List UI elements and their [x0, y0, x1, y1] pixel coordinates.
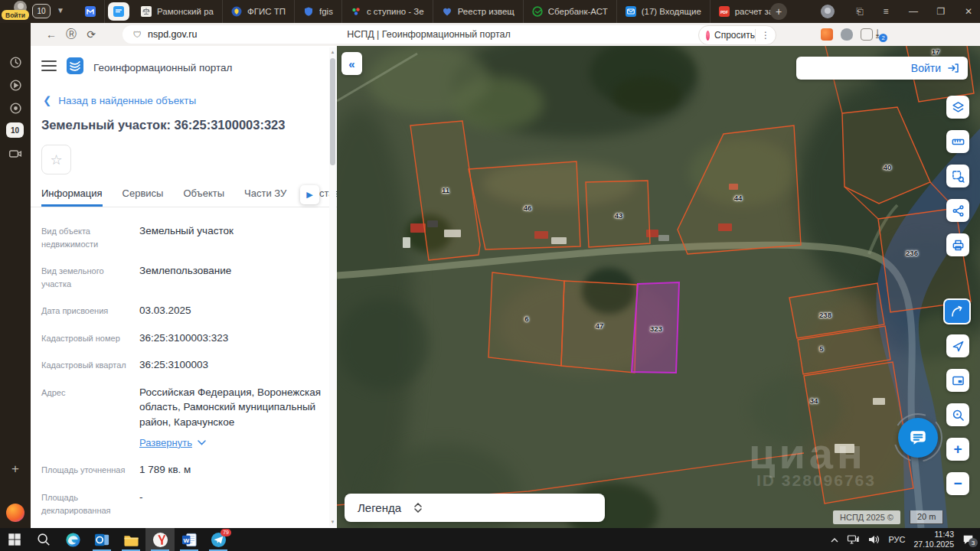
- volume-icon[interactable]: [867, 534, 880, 545]
- locate-button[interactable]: [946, 334, 969, 357]
- pdf-icon: PDF: [719, 6, 730, 17]
- assistant-icon[interactable]: [6, 504, 24, 522]
- extension-icon[interactable]: [821, 28, 833, 41]
- browser-tab-label: Рамонский ра: [157, 7, 214, 16]
- legend-selector[interactable]: Легенда: [345, 494, 605, 522]
- yandex-browser-taskbar-button[interactable]: [145, 528, 175, 551]
- scale-bar: 20 m: [910, 510, 943, 524]
- collapse-panel-button[interactable]: «: [341, 52, 362, 75]
- parcel-label-236: 236: [906, 249, 918, 257]
- menu-icon[interactable]: ≡: [874, 0, 897, 23]
- back-link[interactable]: ❮ Назад в найденные объекты: [43, 94, 337, 106]
- map-search-button[interactable]: [946, 403, 969, 426]
- field-value-text: Земельный участок: [139, 223, 326, 239]
- parcel-label-11: 11: [442, 186, 449, 194]
- tab-информация[interactable]: Информация: [41, 183, 103, 207]
- start-taskbar-button[interactable]: [0, 528, 29, 551]
- browser-tab[interactable]: PDFрасчет заявки: [710, 0, 773, 23]
- edge-taskbar-button[interactable]: [58, 528, 87, 551]
- browser-tab[interactable]: (17) Входящие: [617, 0, 710, 23]
- layers-button[interactable]: [946, 96, 969, 119]
- field-value-text: 03.03.2025: [139, 303, 326, 318]
- explorer-taskbar-button[interactable]: [116, 528, 145, 551]
- extension-shield-icon[interactable]: [841, 28, 853, 41]
- expand-link[interactable]: Развернуть: [139, 436, 326, 451]
- zoom-in-button[interactable]: +: [946, 438, 969, 461]
- gmail-icon: [85, 6, 96, 17]
- show-hidden-icons[interactable]: [831, 537, 838, 543]
- add-icon[interactable]: +: [7, 461, 24, 478]
- watermark-id: ID 328096763: [756, 471, 876, 490]
- browser-tab[interactable]: fgis: [295, 0, 342, 23]
- chevron-down-icon[interactable]: ▼: [57, 6, 64, 15]
- browser-tab[interactable]: [77, 0, 105, 23]
- zoom-out-button[interactable]: −: [946, 472, 969, 495]
- map-login-button[interactable]: Войти: [796, 57, 968, 80]
- browser-tab[interactable]: ФГИС ТП: [223, 0, 295, 23]
- print-button[interactable]: [946, 233, 969, 256]
- tab-counter[interactable]: 10: [32, 4, 51, 18]
- language-indicator[interactable]: РУС: [888, 535, 905, 544]
- camera-icon[interactable]: [7, 145, 24, 162]
- scrollbar-thumb[interactable]: [330, 58, 335, 165]
- notification-badge: 3: [969, 538, 978, 547]
- parcel-44[interactable]: [678, 126, 801, 254]
- yandex-icon[interactable]: Ⓡ: [61, 28, 81, 41]
- tab-объекты[interactable]: Объекты: [183, 183, 224, 207]
- parcel-label-5: 5: [819, 344, 823, 353]
- map-canvas[interactable]: циан ID 328096763 1146434417402362385346…: [337, 46, 980, 528]
- parcel-236[interactable]: [878, 208, 971, 312]
- share-button[interactable]: [946, 199, 969, 222]
- close-button[interactable]: ✕: [957, 0, 980, 23]
- overview-map-button[interactable]: [946, 369, 969, 392]
- browser-avatar[interactable]: [821, 5, 835, 18]
- area-search-button[interactable]: [946, 165, 969, 187]
- favorite-star-button[interactable]: ☆: [41, 145, 71, 174]
- scroll-up-icon[interactable]: ▲: [329, 50, 336, 54]
- draw-button[interactable]: [943, 298, 971, 324]
- tab-сервисы[interactable]: Сервисы: [122, 183, 164, 207]
- notifications-icon[interactable]: 3: [962, 534, 974, 545]
- side-panels-icon[interactable]: ⎗: [848, 0, 871, 23]
- outlook-taskbar-button[interactable]: [87, 528, 116, 551]
- profile-login-badge[interactable]: Войти: [2, 10, 29, 20]
- strip-tab-counter[interactable]: 10: [6, 122, 24, 138]
- tabs-scroll-right-button[interactable]: ▶: [300, 185, 319, 204]
- browser-tab[interactable]: с ступино - Зе: [342, 0, 433, 23]
- history-clock-icon[interactable]: [7, 54, 24, 70]
- browser-tab[interactable]: Рамонский ра: [132, 0, 223, 23]
- browser-tab[interactable]: Реестр извещ: [433, 0, 524, 23]
- panel-scrollbar[interactable]: ▲ ▼: [329, 47, 336, 527]
- new-tab-button[interactable]: +: [770, 3, 787, 20]
- video-play-icon[interactable]: [7, 77, 24, 93]
- clock[interactable]: 11:43 27.10.2025: [913, 530, 954, 549]
- search-taskbar-button[interactable]: [29, 528, 58, 551]
- browser-tab[interactable]: [108, 2, 129, 21]
- parcel-label-17: 17: [932, 47, 940, 56]
- music-icon[interactable]: [7, 99, 24, 116]
- telegram-taskbar-button[interactable]: 79: [204, 528, 233, 551]
- coat-of-arms-icon: [231, 6, 242, 17]
- ruler-button[interactable]: [946, 130, 969, 153]
- ask-label: Спросить: [714, 30, 755, 41]
- word-taskbar-button[interactable]: W: [175, 528, 204, 551]
- object-title: Земельный участок: 36:25:3100003:323: [41, 118, 337, 132]
- chat-button[interactable]: [898, 418, 938, 458]
- reload-icon[interactable]: ⟳: [81, 28, 101, 41]
- more-options-icon[interactable]: ⋮: [755, 29, 776, 41]
- address-bar[interactable]: 🛡 nspd.gov.ru НСПД | Геоинформационный п…: [122, 25, 735, 44]
- parcel-label-40: 40: [884, 163, 892, 171]
- tab-части зу[interactable]: Части ЗУ: [244, 183, 286, 207]
- network-icon[interactable]: [847, 534, 859, 545]
- restore-button[interactable]: ❐: [929, 0, 952, 23]
- parcel-40[interactable]: [842, 107, 930, 204]
- scroll-down-icon[interactable]: ▼: [329, 520, 336, 524]
- downloads-icon[interactable]: ⭳2: [873, 28, 883, 39]
- back-icon[interactable]: ←: [41, 28, 61, 41]
- minimize-button[interactable]: —: [902, 0, 925, 23]
- extension-outline-icon[interactable]: [861, 28, 873, 41]
- ask-button[interactable]: Спросить ⋮: [698, 25, 776, 45]
- login-arrow-icon: [947, 62, 959, 74]
- hamburger-menu-icon[interactable]: [41, 60, 57, 74]
- browser-tab[interactable]: Сбербанк-АСТ: [524, 0, 617, 23]
